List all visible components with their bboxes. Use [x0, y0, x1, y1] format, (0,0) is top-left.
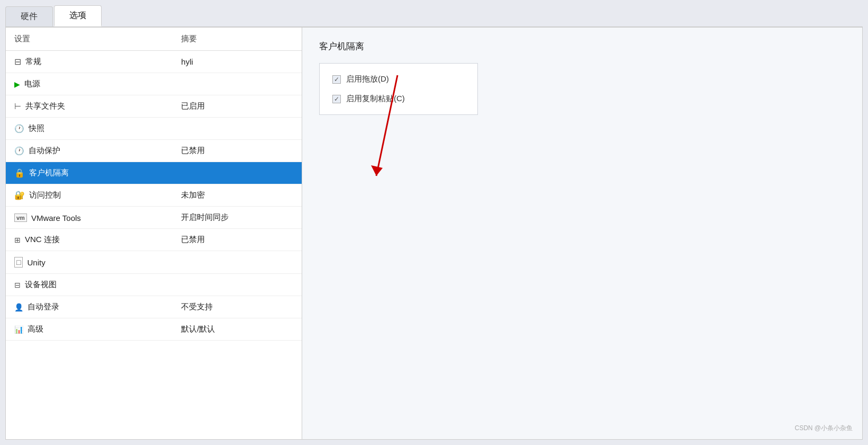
- setting-label: ⊟ 设备视图: [6, 274, 173, 296]
- setting-label: ⊢ 共享文件夹: [6, 95, 173, 118]
- table-row[interactable]: ⊟ 常规 hyli: [6, 51, 302, 73]
- table-row[interactable]: 🕐 快照: [6, 118, 302, 140]
- auto-protect-icon: 🕐: [14, 146, 24, 156]
- drag-drop-row[interactable]: ✓ 启用拖放(D): [332, 74, 465, 84]
- copy-paste-row[interactable]: ✓ 启用复制粘贴(C): [332, 94, 465, 104]
- table-row[interactable]: 🕐 自动保护 已禁用: [6, 140, 302, 162]
- table-row[interactable]: □ Unity: [6, 251, 302, 274]
- vnc-icon: ⊞: [14, 236, 21, 244]
- main-container: 硬件 选项 设置 摘要 ⊟: [0, 0, 868, 445]
- setting-summary: [173, 274, 302, 296]
- setting-label: 🔒 客户机隔离: [6, 162, 173, 184]
- table-row[interactable]: 👤 自动登录 不受支持: [6, 296, 302, 318]
- setting-summary: [173, 162, 302, 184]
- copy-paste-checkbox[interactable]: ✓: [332, 95, 341, 103]
- setting-summary: 已禁用: [173, 229, 302, 251]
- table-row[interactable]: vm VMware Tools 开启时间同步: [6, 207, 302, 229]
- table-row[interactable]: 📊 高级 默认/默认: [6, 318, 302, 341]
- col-summary: 摘要: [173, 28, 302, 51]
- table-row[interactable]: 🔐 访问控制 未加密: [6, 184, 302, 207]
- tab-bar: 硬件 选项: [5, 5, 863, 28]
- tab-options[interactable]: 选项: [54, 5, 102, 26]
- power-icon: ▶: [14, 80, 20, 88]
- settings-panel: 设置 摘要 ⊟ 常规 hyli: [6, 28, 302, 439]
- setting-summary: [173, 251, 302, 274]
- drag-drop-checkbox[interactable]: ✓: [332, 75, 341, 84]
- setting-summary: 已启用: [173, 95, 302, 118]
- user-icon: 👤: [14, 303, 23, 312]
- lock-blue-icon: 🔒: [14, 168, 25, 178]
- tab-hardware[interactable]: 硬件: [5, 6, 53, 26]
- copy-paste-label: 启用复制粘贴(C): [346, 94, 405, 104]
- watermark: CSDN @小条小杂鱼: [794, 424, 853, 433]
- setting-summary: 不受支持: [173, 296, 302, 318]
- setting-summary: 未加密: [173, 184, 302, 207]
- setting-label: vm VMware Tools: [6, 207, 173, 229]
- monitor-icon: ⊟: [14, 57, 21, 67]
- unity-icon: □: [14, 257, 23, 268]
- settings-table: 设置 摘要 ⊟ 常规 hyli: [6, 28, 302, 341]
- device-icon: ⊟: [14, 281, 21, 289]
- detail-content: ✓ 启用拖放(D) ✓ 启用复制粘贴(C): [319, 63, 478, 115]
- table-row[interactable]: ▶ 电源: [6, 73, 302, 95]
- table-row[interactable]: ⊟ 设备视图: [6, 274, 302, 296]
- setting-label: ⊟ 常规: [6, 51, 173, 73]
- content-area: 设置 摘要 ⊟ 常规 hyli: [5, 28, 863, 440]
- detail-panel: 客户机隔离 ✓ 启用拖放(D) ✓ 启用复制粘贴(C): [302, 28, 862, 439]
- setting-label: 👤 自动登录: [6, 296, 173, 318]
- setting-label: ▶ 电源: [6, 73, 173, 95]
- col-setting: 设置: [6, 28, 173, 51]
- camera-icon: 🕐: [14, 124, 24, 134]
- lock-orange-icon: 🔐: [14, 190, 25, 200]
- table-row[interactable]: ⊢ 共享文件夹 已启用: [6, 95, 302, 118]
- table-row[interactable]: ⊞ VNC 连接 已禁用: [6, 229, 302, 251]
- setting-label: □ Unity: [6, 251, 173, 274]
- setting-summary: hyli: [173, 51, 302, 73]
- setting-summary: [173, 73, 302, 95]
- table-row-selected[interactable]: 🔒 客户机隔离: [6, 162, 302, 184]
- setting-summary: 默认/默认: [173, 318, 302, 341]
- setting-label: 📊 高级: [6, 318, 173, 341]
- setting-label: 🕐 自动保护: [6, 140, 173, 162]
- setting-summary: [173, 118, 302, 140]
- vmware-icon: vm: [14, 213, 27, 222]
- setting-label: 🔐 访问控制: [6, 184, 173, 207]
- setting-summary: 开启时间同步: [173, 207, 302, 229]
- svg-marker-1: [371, 165, 383, 176]
- chart-icon: 📊: [14, 325, 23, 334]
- setting-label: ⊞ VNC 连接: [6, 229, 173, 251]
- drag-drop-label: 启用拖放(D): [346, 74, 389, 84]
- folder-icon: ⊢: [14, 102, 21, 111]
- setting-label: 🕐 快照: [6, 118, 173, 140]
- detail-title: 客户机隔离: [319, 40, 845, 52]
- setting-summary: 已禁用: [173, 140, 302, 162]
